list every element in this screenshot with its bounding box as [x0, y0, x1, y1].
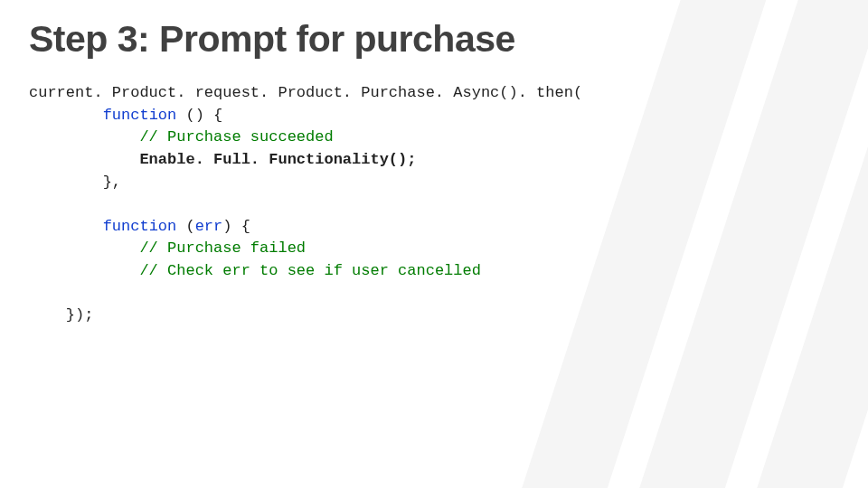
code-indent [29, 239, 139, 257]
code-text: ) { [222, 218, 250, 235]
code-indent [29, 151, 139, 168]
code-indent [29, 128, 139, 145]
code-block: current. Product. request. Product. Purc… [29, 82, 839, 327]
code-indent [29, 262, 139, 279]
code-text: () { [176, 107, 222, 124]
code-comment: // Purchase failed [139, 239, 306, 257]
slide: Step 3: Prompt for purchase current. Pro… [0, 0, 868, 488]
code-line: current. Product. request. Product. Purc… [29, 84, 582, 101]
code-text: }); [66, 306, 94, 324]
code-text: ( [176, 218, 194, 235]
code-keyword: function [103, 107, 177, 124]
code-comment: // Purchase succeeded [139, 128, 333, 145]
code-indent [29, 218, 103, 235]
code-text: }, [103, 174, 121, 191]
code-indent [29, 107, 103, 124]
code-call: Enable. Full. Functionality(); [139, 151, 416, 168]
slide-title: Step 3: Prompt for purchase [29, 18, 839, 61]
code-keyword: function [103, 218, 177, 235]
code-indent [29, 174, 103, 191]
code-param: err [195, 218, 223, 235]
code-comment: // Check err to see if user cancelled [139, 262, 480, 279]
code-indent [29, 306, 66, 324]
